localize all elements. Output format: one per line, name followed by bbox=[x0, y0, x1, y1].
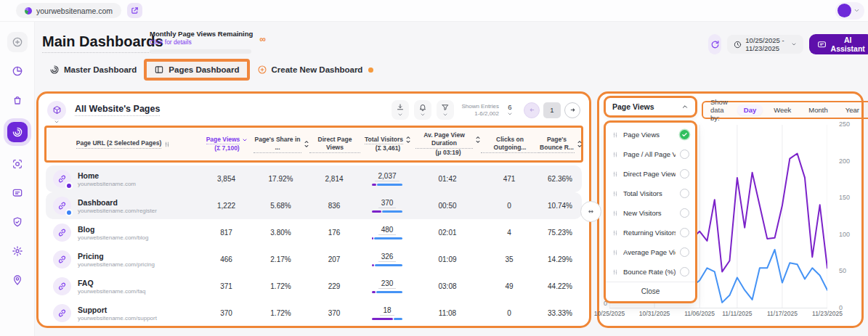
quota-details-link[interactable]: Click for details bbox=[150, 38, 256, 46]
page-url: yourwebsitename.com/blog bbox=[78, 234, 148, 241]
granularity-month[interactable]: Month bbox=[802, 105, 834, 115]
sidebar-item-location[interactable] bbox=[7, 270, 28, 290]
table-row-support[interactable]: Supportyourwebsitename.com/support3701.7… bbox=[46, 300, 582, 327]
refresh-button[interactable] bbox=[708, 34, 721, 54]
y-axis-tick: 250 bbox=[839, 120, 861, 128]
sidebar-item-analytics[interactable] bbox=[7, 61, 28, 81]
sidebar-item-add[interactable] bbox=[7, 32, 28, 52]
ai-assistant-button[interactable]: AI Assistant bbox=[809, 34, 868, 54]
metric-option-bounce-rate[interactable]: Bounce Rate (%) bbox=[606, 262, 695, 282]
metric-option-total-visitors[interactable]: Total Visitors bbox=[606, 184, 695, 203]
metric-radio[interactable] bbox=[680, 149, 689, 159]
metric-radio[interactable] bbox=[680, 267, 689, 276]
metric-option-page-all-page-vi[interactable]: Page / All Page Vi... bbox=[606, 144, 695, 164]
x-axis-tick: 11/06/2025 bbox=[684, 310, 715, 317]
page-views-cell: 1,222 bbox=[200, 202, 253, 210]
table-row-pricing[interactable]: Pricingyourwebsitename.com/pricing4662.1… bbox=[46, 246, 582, 273]
table-row-dashboard[interactable]: Dashboardyourwebsitename.com/register1,2… bbox=[46, 192, 582, 219]
column-header-clicks-on-outgoing[interactable]: Clicks on Outgoing... bbox=[481, 136, 539, 153]
link-icon bbox=[53, 224, 71, 242]
tab-create-new-dashboard[interactable]: Create New Dashboard bbox=[250, 59, 381, 81]
metric-radio[interactable] bbox=[680, 208, 689, 218]
granularity-week[interactable]: Week bbox=[767, 105, 798, 115]
page-url-cell: Homeyourwebsitename.com bbox=[46, 170, 200, 188]
column-header-direct-page-views[interactable]: Direct Page Views bbox=[309, 136, 360, 153]
metric-dropdown-close-button[interactable]: Close bbox=[606, 282, 695, 301]
metric-radio-checked[interactable] bbox=[680, 130, 689, 139]
download-button[interactable] bbox=[392, 100, 409, 120]
filter-button[interactable] bbox=[437, 100, 454, 120]
metric-option-page-views[interactable]: Page Views bbox=[606, 125, 695, 144]
user-menu[interactable] bbox=[835, 2, 864, 20]
previous-page-button[interactable] bbox=[524, 102, 540, 118]
column-header-av-page-view-duration[interactable]: Av. Page View Duration(μ 03:19) bbox=[415, 131, 481, 157]
column-sublabel: (Σ 7,100) bbox=[200, 144, 253, 152]
metric-radio[interactable] bbox=[680, 228, 689, 237]
metric-radio[interactable] bbox=[680, 247, 689, 257]
quota-widget[interactable]: Monthly Page Views Remaining Click for d… bbox=[150, 30, 256, 54]
column-label: Total Visitors bbox=[365, 136, 403, 144]
gear-icon bbox=[12, 245, 23, 257]
share-cell: 3.80% bbox=[253, 229, 309, 237]
sidebar-item-messages[interactable] bbox=[7, 183, 28, 203]
sidebar-item-tracking[interactable] bbox=[7, 154, 28, 174]
tab-pages-dashboard[interactable]: Pages Dashboard bbox=[144, 59, 249, 81]
table-row-home[interactable]: Homeyourwebsitename.com3,85417.92%2,8142… bbox=[46, 165, 582, 192]
date-range-picker[interactable]: 10/25/2025 - 11/23/2025 bbox=[727, 35, 803, 54]
pie-icon bbox=[12, 65, 23, 77]
open-site-button[interactable] bbox=[127, 3, 142, 18]
table-row-faq[interactable]: FAQyourwebsitename.com/faq3711.72%229230… bbox=[46, 273, 582, 300]
column-header-page-s-share-in[interactable]: Page's Share in ... bbox=[253, 136, 309, 153]
column-header-page-url[interactable]: Page URL (2 Selected Pages) bbox=[46, 139, 200, 148]
page-name: Support bbox=[78, 306, 157, 314]
sidebar-item-products[interactable] bbox=[7, 90, 28, 110]
next-page-button[interactable] bbox=[564, 102, 580, 118]
tab-master-dashboard[interactable]: Master Dashboard bbox=[42, 59, 144, 81]
shown-entries-label: Shown Entries bbox=[461, 103, 499, 110]
metric-option-new-visitors[interactable]: New Visitors bbox=[606, 203, 695, 223]
metric-radio[interactable] bbox=[680, 169, 689, 179]
site-url-button[interactable]: yourwebsitename.com bbox=[16, 3, 121, 18]
panel-resize-handle[interactable] bbox=[580, 201, 601, 222]
x-axis-tick: 11/11/2025 bbox=[722, 310, 752, 317]
site-name: yourwebsitename.com bbox=[36, 7, 113, 15]
sidebar-item-security[interactable] bbox=[7, 212, 28, 232]
metric-dropdown-toggle[interactable]: Page Views bbox=[604, 96, 697, 118]
dashboard-tabs: Master DashboardPages DashboardCreate Ne… bbox=[42, 58, 381, 81]
granularity-year[interactable]: Year bbox=[839, 105, 866, 115]
page-url: yourwebsitename.com bbox=[78, 181, 136, 187]
metric-option-direct-page-views[interactable]: Direct Page Views bbox=[606, 164, 695, 184]
page-url: yourwebsitename.com/support bbox=[78, 315, 157, 321]
sidebar-item-dashboards[interactable] bbox=[7, 122, 28, 142]
table-row-blog[interactable]: Blogyourwebsitename.com/blog8173.80%1764… bbox=[46, 219, 582, 246]
page-size-select[interactable]: 6 bbox=[507, 103, 513, 117]
external-link-icon bbox=[131, 7, 139, 15]
notifications-button[interactable] bbox=[414, 100, 431, 120]
sidebar-item-settings[interactable] bbox=[7, 241, 28, 261]
sort-icon bbox=[405, 136, 411, 144]
page-url-cell: Dashboardyourwebsitename.com/register bbox=[46, 197, 200, 215]
chart-granularity-bar: Show data by: DayWeekMonthYear bbox=[702, 101, 868, 119]
page-url-cell: Pricingyourwebsitename.com/pricing bbox=[46, 250, 200, 269]
metric-option-label: Returning Visitors bbox=[623, 229, 676, 237]
pages-table-panel: All Website's Pages Shown Entries1-6/2,0… bbox=[36, 91, 591, 328]
column-header-page-s-bounce-r[interactable]: Page's Bounce R... bbox=[539, 136, 583, 153]
metric-option-average-page-vie[interactable]: Average Page Vie... bbox=[606, 242, 695, 262]
duration-cell: 02:01 bbox=[415, 229, 480, 237]
column-header-page-views[interactable]: Page Views(Σ 7,100) bbox=[200, 136, 253, 153]
table-toolbar: Shown Entries1-6/2,00261 bbox=[392, 100, 580, 120]
metric-option-returning-visitors[interactable]: Returning Visitors bbox=[606, 223, 695, 242]
column-header-total-visitors[interactable]: Total Visitors(Σ 3,461) bbox=[360, 136, 415, 153]
metric-radio[interactable] bbox=[680, 189, 689, 198]
notifications-icon bbox=[418, 103, 427, 112]
table-widget-menu[interactable] bbox=[47, 101, 66, 120]
total-visitors-cell: 480 bbox=[360, 226, 415, 239]
avatar bbox=[837, 4, 851, 17]
page-name: Blog bbox=[78, 225, 148, 234]
page-url-cell: FAQyourwebsitename.com/faq bbox=[46, 277, 200, 295]
page-name: Dashboard bbox=[78, 198, 157, 207]
sort-desc-icon bbox=[242, 137, 248, 143]
panels-icon bbox=[154, 65, 164, 75]
granularity-day[interactable]: Day bbox=[737, 105, 763, 115]
direct-page-views-cell: 836 bbox=[309, 202, 360, 210]
